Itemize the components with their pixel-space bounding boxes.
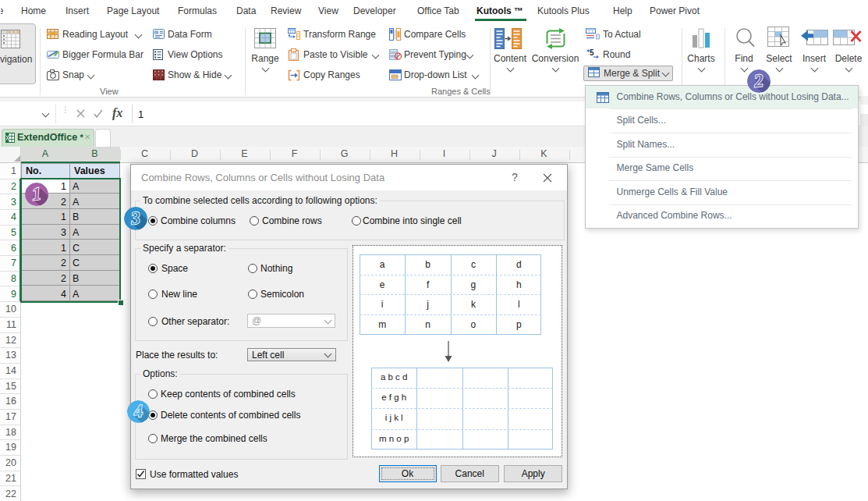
svg-text:2: 2 [753,71,764,91]
svg-text:5: 5 [590,48,594,57]
svg-text:3: 3 [129,208,141,228]
